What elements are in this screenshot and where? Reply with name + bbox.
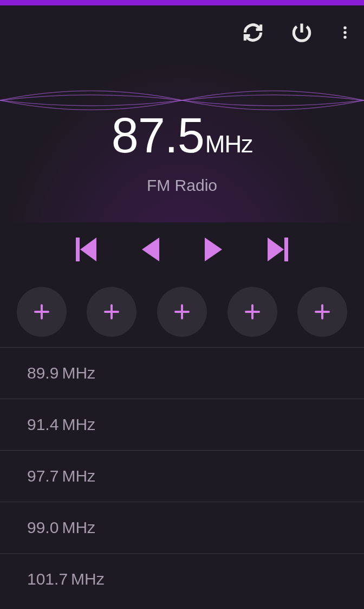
preset-row [0, 277, 364, 347]
station-item[interactable]: 101.7MHz [0, 553, 364, 605]
tune-up-button[interactable] [204, 238, 223, 261]
station-item[interactable]: 97.7MHz [0, 450, 364, 502]
add-preset-icon [104, 304, 119, 319]
station-frequency: 99.0 [27, 518, 58, 537]
station-frequency-unit: MHz [62, 415, 95, 434]
frequency-display: 87.5MHz FM Radio [0, 60, 364, 222]
station-frequency: 91.4 [27, 415, 58, 434]
status-bar [0, 0, 364, 5]
seek-previous-button[interactable] [76, 238, 98, 261]
station-label: FM Radio [0, 176, 364, 195]
svg-point-0 [343, 27, 347, 30]
svg-point-2 [343, 36, 347, 39]
station-item[interactable]: 99.0MHz [0, 502, 364, 553]
seek-next-button[interactable] [266, 238, 288, 261]
station-frequency: 97.7 [27, 467, 58, 485]
add-preset-icon [174, 304, 190, 319]
frequency-unit: MHz [205, 131, 252, 157]
svg-marker-6 [205, 238, 222, 261]
station-item[interactable]: 89.9MHz [0, 347, 364, 399]
station-frequency-unit: MHz [62, 364, 95, 382]
station-frequency-unit: MHz [71, 570, 105, 588]
svg-marker-5 [142, 238, 159, 261]
preset-slot-1[interactable] [17, 287, 67, 337]
preset-slot-3[interactable] [157, 287, 207, 337]
station-frequency-unit: MHz [62, 518, 95, 537]
power-icon[interactable] [288, 19, 315, 46]
refresh-icon[interactable] [239, 19, 266, 46]
add-preset-icon [315, 304, 330, 319]
preset-slot-4[interactable] [227, 287, 277, 337]
svg-marker-4 [80, 238, 96, 261]
station-frequency: 101.7 [27, 570, 68, 588]
station-list: 89.9MHz 91.4MHz 97.7MHz 99.0MHz 101.7MHz [0, 347, 364, 605]
current-frequency: 87.5MHz [0, 111, 364, 160]
toolbar [0, 5, 364, 60]
more-menu-icon[interactable] [337, 19, 353, 46]
svg-marker-8 [268, 238, 284, 261]
station-frequency: 89.9 [27, 364, 58, 382]
station-frequency-unit: MHz [62, 467, 95, 485]
preset-slot-2[interactable] [87, 287, 136, 337]
svg-rect-7 [284, 238, 288, 261]
tune-down-button[interactable] [141, 238, 160, 261]
frequency-value: 87.5 [112, 108, 204, 163]
playback-controls [0, 222, 364, 277]
svg-point-1 [343, 31, 347, 34]
preset-slot-5[interactable] [297, 287, 347, 337]
add-preset-icon [245, 304, 260, 319]
svg-rect-3 [76, 238, 80, 261]
station-item[interactable]: 91.4MHz [0, 399, 364, 450]
add-preset-icon [34, 304, 49, 319]
